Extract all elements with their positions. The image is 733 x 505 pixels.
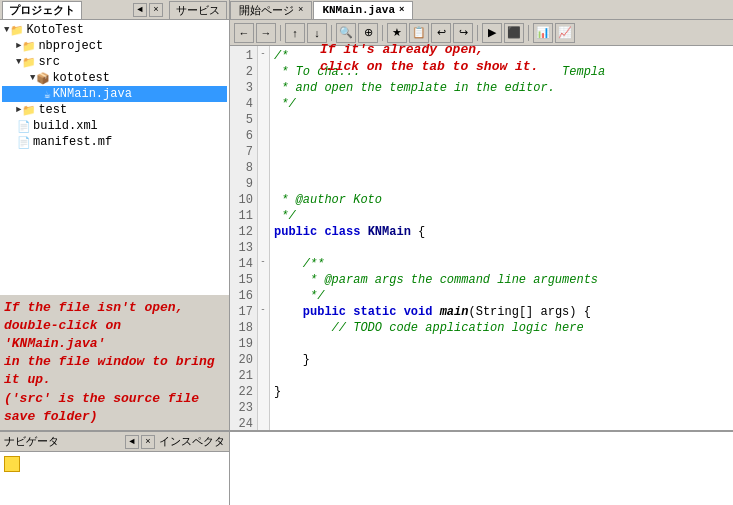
stop-btn[interactable]: ⬛: [504, 23, 524, 43]
knmain-tab[interactable]: KNMain.java ×: [313, 1, 413, 19]
knmain-tab-close[interactable]: ×: [399, 5, 404, 15]
forward-btn[interactable]: →: [256, 23, 276, 43]
code-line-15: * @param args the command line arguments: [274, 272, 729, 288]
expand-nbproject-icon: ►: [16, 41, 21, 51]
fold-19: [258, 334, 268, 350]
run-btn[interactable]: ▶: [482, 23, 502, 43]
bookmark-btn[interactable]: ★: [387, 23, 407, 43]
code-content[interactable]: /* * To cha... Templa * and open the tem…: [270, 46, 733, 430]
ln-11: 11: [234, 208, 253, 224]
navigator-collapse-btn[interactable]: ◄: [125, 435, 139, 449]
fold-3: [258, 78, 268, 94]
start-page-tab-label: 開始ページ: [239, 3, 294, 18]
start-page-tab[interactable]: 開始ページ ×: [230, 1, 312, 19]
back-btn[interactable]: ←: [234, 23, 254, 43]
fold-15: [258, 270, 268, 286]
expand-kototest-icon: ▼: [4, 25, 9, 35]
bottom-folder-icon: [4, 456, 20, 472]
project-folder-icon: 📁: [10, 24, 24, 37]
right-panel: 開始ページ × KNMain.java × ← → ↑ ↓ 🔍 ⊕: [230, 0, 733, 430]
tree-item-nbproject[interactable]: ► 📁 nbproject: [2, 38, 227, 54]
tree-item-build-xml[interactable]: 📄 build.xml: [2, 118, 227, 134]
code-line-16: */: [274, 288, 729, 304]
ln-3: 3: [234, 80, 253, 96]
ln-2: 2: [234, 64, 253, 80]
code-editor[interactable]: 1 2 3 4 5 6 7 8 9 10 11 12 13 14 15 16 1: [230, 46, 733, 430]
services-tab[interactable]: サービス: [169, 1, 227, 19]
code-line-10: * @author Koto: [274, 192, 729, 208]
tree-item-manifest[interactable]: 📄 manifest.mf: [2, 134, 227, 150]
code-line-24: [274, 416, 729, 430]
inspector-tab-label[interactable]: インスペクタ: [159, 434, 225, 449]
fold-6: [258, 126, 268, 142]
tree-item-src[interactable]: ▼ 📁 src: [2, 54, 227, 70]
search-btn[interactable]: 🔍: [336, 23, 356, 43]
ln-19: 19: [234, 336, 253, 352]
fold-23: [258, 398, 268, 414]
ln-8: 8: [234, 160, 253, 176]
collapse-left-btn[interactable]: ◄: [133, 3, 147, 17]
paste-btn[interactable]: 📋: [409, 23, 429, 43]
java-file-icon: ☕: [44, 88, 51, 101]
ln-23: 23: [234, 400, 253, 416]
left-panel: プロジェクト ◄ × サービス ▼ 📁 KotoTest: [0, 0, 230, 430]
knmain-tab-label: KNMain.java: [322, 4, 395, 16]
expand-left-btn[interactable]: ×: [149, 3, 163, 17]
fold-5: [258, 110, 268, 126]
left-panel-header: プロジェクト ◄ × サービス: [0, 0, 229, 20]
undo-btn[interactable]: ↩: [431, 23, 451, 43]
expand-test-icon: ►: [16, 105, 21, 115]
bottom-left-content: [0, 452, 229, 505]
redo-btn[interactable]: ↪: [453, 23, 473, 43]
test-folder-icon: 📁: [22, 104, 36, 117]
code-line-1: /*: [274, 48, 729, 64]
fold-9: [258, 174, 268, 190]
fold-7: [258, 142, 268, 158]
fold-12: [258, 222, 268, 238]
main-container: プロジェクト ◄ × サービス ▼ 📁 KotoTest: [0, 0, 733, 505]
ln-14: 14: [234, 256, 253, 272]
bottom-panel: ナビゲータ ◄ × インスペクタ: [0, 430, 733, 505]
tree-item-nbproject-label: nbproject: [38, 39, 103, 53]
tree-item-manifest-label: manifest.mf: [33, 135, 112, 149]
tree-root[interactable]: ▼ 📁 KotoTest: [2, 22, 227, 38]
fold-22: [258, 382, 268, 398]
code-line-22: }: [274, 384, 729, 400]
tree-item-kototest-pkg[interactable]: ▼ 📦 kototest: [2, 70, 227, 86]
fold-14[interactable]: -: [258, 254, 268, 270]
tree-item-test[interactable]: ► 📁 test: [2, 102, 227, 118]
ln-24: 24: [234, 416, 253, 430]
tree-item-knmain[interactable]: ☕ KNMain.java: [2, 86, 227, 102]
bottom-right-content: [230, 432, 733, 505]
ln-20: 20: [234, 352, 253, 368]
toolbar-sep-4: [477, 25, 478, 41]
code-line-14: /**: [274, 256, 729, 272]
toolbar-sep-3: [382, 25, 383, 41]
projects-tab[interactable]: プロジェクト: [2, 1, 82, 19]
navigator-expand-btn[interactable]: ×: [141, 435, 155, 449]
fold-18: [258, 318, 268, 334]
start-page-tab-close[interactable]: ×: [298, 5, 303, 15]
panel-header-icons: ◄ ×: [133, 3, 163, 17]
fold-4: [258, 94, 268, 110]
src-folder-icon: 📁: [22, 56, 36, 69]
code-line-23: [274, 400, 729, 416]
fold-1[interactable]: -: [258, 46, 268, 62]
up-btn[interactable]: ↑: [285, 23, 305, 43]
search-plus-btn[interactable]: ⊕: [358, 23, 378, 43]
chart-btn[interactable]: 📊: [533, 23, 553, 43]
editor-tabs-bar: 開始ページ × KNMain.java ×: [230, 0, 733, 20]
fold-2: [258, 62, 268, 78]
ln-13: 13: [234, 240, 253, 256]
code-line-8: [274, 160, 729, 176]
graph-btn[interactable]: 📈: [555, 23, 575, 43]
tree-item-src-label: src: [38, 55, 60, 69]
fold-17[interactable]: -: [258, 302, 268, 318]
ln-6: 6: [234, 128, 253, 144]
ln-15: 15: [234, 272, 253, 288]
fold-21: [258, 366, 268, 382]
fold-11: [258, 206, 268, 222]
bottom-right-panel: [230, 432, 733, 505]
down-btn[interactable]: ↓: [307, 23, 327, 43]
file-tree: ▼ 📁 KotoTest ► 📁 nbproject ▼ 📁: [0, 20, 229, 295]
